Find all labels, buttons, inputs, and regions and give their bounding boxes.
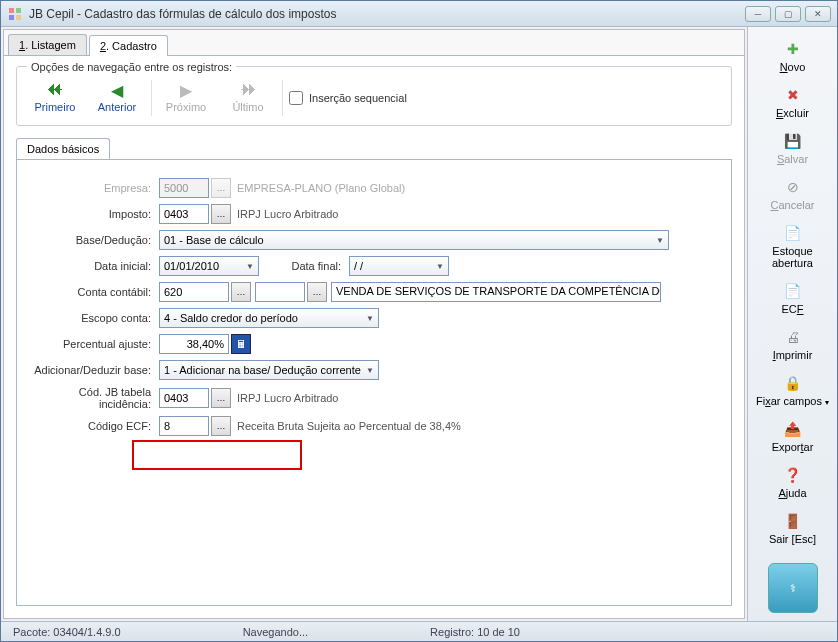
calculator-icon: 🖩 [236, 338, 247, 350]
form-area: Empresa: … EMPRESA-PLANO (Plano Global) … [16, 159, 732, 606]
data-inicial-value: 01/01/2010 [164, 260, 219, 272]
ecf-icon: 📄 [783, 281, 803, 301]
cod-jb-lookup-button[interactable]: … [211, 388, 231, 408]
dropdown-icon: ▼ [246, 262, 254, 271]
conta-lookup-button-2[interactable]: … [307, 282, 327, 302]
sair-button[interactable]: 🚪 Sair [Esc] [753, 507, 833, 553]
window-title: JB Cepil - Cadastro das fórmulas de cálc… [29, 7, 745, 21]
excluir-button[interactable]: ✖ Excluir [753, 81, 833, 127]
row-escopo-conta: Escopo conta: 4 - Saldo credor do períod… [29, 308, 719, 328]
close-button[interactable]: ✕ [805, 6, 831, 22]
add-ded-label: Adicionar/Deduzir base: [29, 364, 159, 376]
empresa-desc: EMPRESA-PLANO (Plano Global) [237, 182, 405, 194]
dropdown-icon: ▼ [656, 236, 664, 245]
base-select[interactable]: 01 - Base de cálculo ▼ [159, 230, 669, 250]
navigation-group: Opções de navegação entre os registros: … [16, 66, 732, 126]
previous-button[interactable]: ◀ Anterior [89, 79, 145, 117]
data-inicial-input[interactable]: 01/01/2010 ▼ [159, 256, 259, 276]
ecf-input[interactable] [159, 416, 209, 436]
inner-tabs: Dados básicos [16, 138, 732, 159]
last-button[interactable]: ⯮ Último [220, 79, 276, 117]
sequential-insert-checkbox[interactable] [289, 91, 303, 105]
cod-jb-desc: IRPJ Lucro Arbitrado [237, 392, 339, 404]
help-icon: ❓ [783, 465, 803, 485]
row-base-deducao: Base/Dedução: 01 - Base de cálculo ▼ [29, 230, 719, 250]
exit-icon: 🚪 [783, 511, 803, 531]
side-toolbar: ✚ Novo ✖ Excluir 💾 Salvar ⊘ Cancelar 📄 E… [747, 27, 837, 621]
empresa-lookup-button: … [211, 178, 231, 198]
row-add-ded: Adicionar/Deduzir base: 1 - Adicionar na… [29, 360, 719, 380]
tab-listagem[interactable]: 1. Listagem [8, 34, 87, 55]
status-text: Navegando... [237, 626, 314, 638]
medical-icon: ⚕ [790, 582, 796, 595]
next-button[interactable]: ▶ Próximo [158, 79, 214, 117]
next-label: Próximo [160, 101, 212, 113]
fixar-button[interactable]: 🔒 Fixar campos ▾ [753, 369, 833, 415]
row-percentual: Percentual ajuste: 🖩 [29, 334, 719, 354]
salvar-button[interactable]: 💾 Salvar [753, 127, 833, 173]
percentual-input[interactable] [159, 334, 229, 354]
imposto-lookup-button[interactable]: … [211, 204, 231, 224]
row-conta-contabil: Conta contábil: … … VENDA DE SERVIÇOS DE… [29, 282, 719, 302]
logo: ⚕ [768, 563, 818, 613]
conta-input-2[interactable] [255, 282, 305, 302]
sair-label: Sair [Esc] [755, 533, 831, 545]
estoque-label: Estoque abertura [755, 245, 831, 269]
stock-icon: 📄 [783, 223, 803, 243]
exportar-button[interactable]: 📤 Exportar [753, 415, 833, 461]
empresa-input [159, 178, 209, 198]
svg-rect-2 [9, 15, 14, 20]
cancelar-button[interactable]: ⊘ Cancelar [753, 173, 833, 219]
nav-separator [151, 80, 152, 116]
base-label: Base/Dedução: [29, 234, 159, 246]
tab-cadastro[interactable]: 2. Cadastro [89, 35, 168, 56]
app-icon [7, 6, 23, 22]
chevron-down-icon: ▾ [825, 398, 829, 407]
statusbar: Pacote: 03404/1.4.9.0 Navegando... Regis… [1, 621, 837, 641]
data-final-input[interactable]: / / ▼ [349, 256, 449, 276]
ecf-lookup-button[interactable]: … [211, 416, 231, 436]
ecf-desc: Receita Bruta Sujeita ao Percentual de 3… [237, 420, 461, 432]
escopo-select[interactable]: 4 - Saldo credor do período ▼ [159, 308, 379, 328]
data-final-value: / / [354, 260, 363, 272]
add-ded-select[interactable]: 1 - Adicionar na base/ Dedução corrente … [159, 360, 379, 380]
estoque-button[interactable]: 📄 Estoque abertura [753, 219, 833, 277]
ajuda-button[interactable]: ❓ Ajuda [753, 461, 833, 507]
first-button[interactable]: ⯬ Primeiro [27, 79, 83, 117]
ecf-button[interactable]: 📄 ECF [753, 277, 833, 323]
dropdown-icon: ▼ [436, 262, 444, 271]
escopo-value: 4 - Saldo credor do período [164, 312, 298, 324]
tab-dados-basicos[interactable]: Dados básicos [16, 138, 110, 159]
conta-desc: VENDA DE SERVIÇOS DE TRANSPORTE DA COMPE… [331, 282, 661, 302]
imposto-label: Imposto: [29, 208, 159, 220]
first-label: Primeiro [29, 101, 81, 113]
navigation-legend: Opções de navegação entre os registros: [27, 61, 236, 73]
svg-rect-3 [16, 15, 21, 20]
first-icon: ⯬ [29, 83, 81, 99]
ecf-label: Código ECF: [29, 420, 159, 432]
new-icon: ✚ [783, 39, 803, 59]
row-codigo-ecf: Código ECF: … Receita Bruta Sujeita ao P… [29, 416, 719, 436]
novo-button[interactable]: ✚ Novo [753, 35, 833, 81]
svg-rect-1 [16, 8, 21, 13]
conta-input[interactable] [159, 282, 229, 302]
row-cod-jb: Cód. JB tabela incidência: … IRPJ Lucro … [29, 386, 719, 410]
maximize-button[interactable]: ▢ [775, 6, 801, 22]
cod-jb-input[interactable] [159, 388, 209, 408]
imprimir-button[interactable]: 🖨 Imprimir [753, 323, 833, 369]
conta-label: Conta contábil: [29, 286, 159, 298]
nav-separator-2 [282, 80, 283, 116]
print-icon: 🖨 [783, 327, 803, 347]
row-datas: Data inicial: 01/01/2010 ▼ Data final: /… [29, 256, 719, 276]
row-empresa: Empresa: … EMPRESA-PLANO (Plano Global) [29, 178, 719, 198]
base-select-value: 01 - Base de cálculo [164, 234, 264, 246]
row-imposto: Imposto: … IRPJ Lucro Arbitrado [29, 204, 719, 224]
tabs-row: 1. Listagem 2. Cadastro [4, 30, 744, 56]
calculator-button[interactable]: 🖩 [231, 334, 251, 354]
conta-lookup-button-1[interactable]: … [231, 282, 251, 302]
imposto-input[interactable] [159, 204, 209, 224]
dropdown-icon: ▼ [366, 366, 374, 375]
minimize-button[interactable]: ─ [745, 6, 771, 22]
export-icon: 📤 [783, 419, 803, 439]
status-pacote: Pacote: 03404/1.4.9.0 [7, 626, 127, 638]
